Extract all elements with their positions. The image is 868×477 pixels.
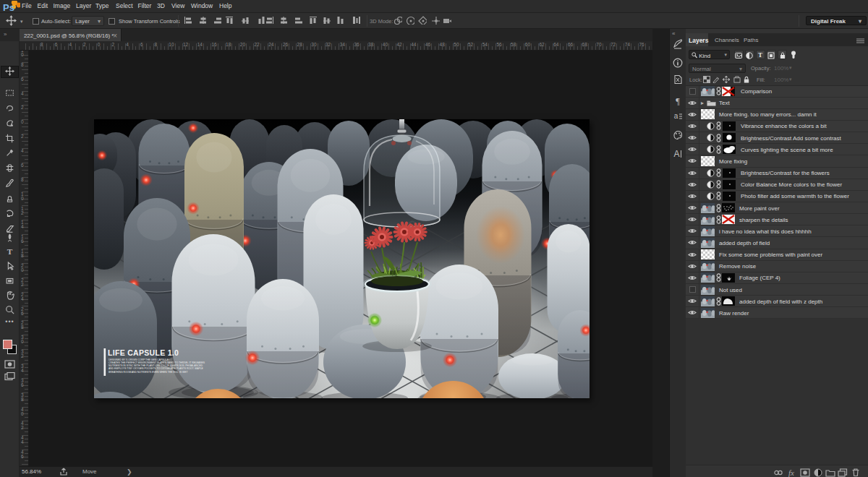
svg-text:a: a <box>674 112 678 120</box>
svg-text:A: A <box>673 149 679 159</box>
svg-text:T: T <box>7 247 13 256</box>
svg-text:BREATHING ROOM AND NUTRIENTS E: BREATHING ROOM AND NUTRIENTS EVEN WHEN T… <box>109 371 188 374</box>
svg-text:¶: ¶ <box>676 96 680 106</box>
svg-text:Ps: Ps <box>3 2 14 13</box>
svg-text:fx: fx <box>788 468 794 477</box>
svg-text:LIFE CAPSULE 1.0: LIFE CAPSULE 1.0 <box>108 348 179 357</box>
